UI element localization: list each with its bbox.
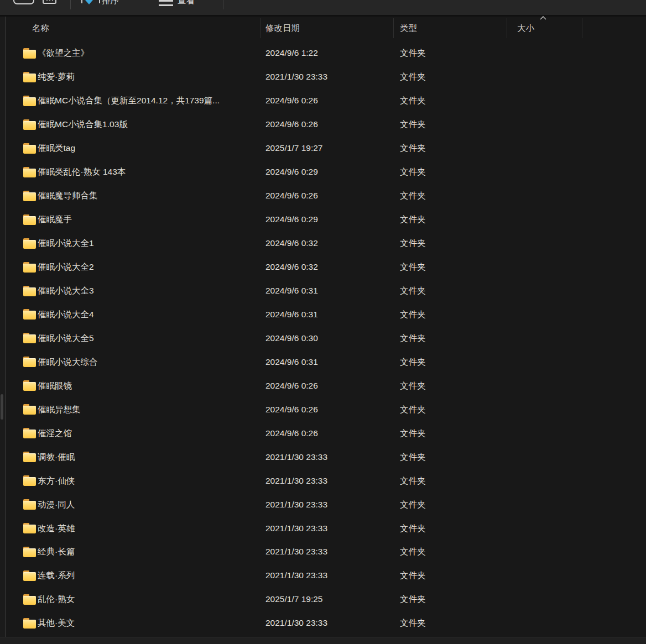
file-type: 文件夹 [400, 261, 426, 273]
file-date: 2024/9/6 0:32 [265, 262, 318, 272]
file-row[interactable]: 催眠类tag 2025/1/7 19:27 文件夹 [7, 137, 646, 160]
file-row[interactable]: 催眠MC小说合集（更新至2014.12，共1739篇... 2024/9/6 0… [7, 89, 646, 113]
file-date: 2021/1/30 23:33 [265, 547, 327, 557]
file-row[interactable]: 催眠小说大全2 2024/9/6 0:32 文件夹 [7, 255, 646, 279]
file-row[interactable]: 《欲望之主》 2024/9/6 1:22 文件夹 [7, 41, 646, 65]
file-row[interactable]: 催眠小说大全4 2024/9/6 0:31 文件夹 [7, 302, 646, 326]
file-row[interactable]: 其他·美文 2021/1/30 23:33 文件夹 [7, 611, 646, 635]
file-row[interactable]: 经典·长篇 2021/1/30 23:33 文件夹 [7, 540, 646, 564]
file-date: 2021/1/30 23:33 [265, 72, 327, 82]
folder-icon [23, 475, 36, 486]
command-bar: 排序 查看 [0, 0, 646, 15]
file-type: 文件夹 [400, 617, 426, 629]
file-row[interactable]: 催眠小说大全1 2024/9/6 0:32 文件夹 [7, 232, 646, 255]
share-icon[interactable] [13, 0, 34, 4]
file-row[interactable]: 催眠小说大综合 2024/9/6 0:31 文件夹 [7, 350, 646, 374]
folder-icon [23, 309, 36, 320]
column-header-date-modified[interactable]: 修改日期 [265, 23, 300, 34]
folder-icon [23, 357, 36, 367]
file-name: 催眠MC小说合集（更新至2014.12，共1739篇... [38, 95, 220, 107]
toolbar-divider [70, 0, 71, 9]
file-name: 连载·系列 [38, 570, 75, 582]
file-name: 催淫之馆 [38, 427, 72, 439]
folder-icon [23, 547, 36, 557]
navigation-pane-edge [0, 17, 6, 637]
folder-icon [23, 262, 36, 273]
file-row[interactable]: 东方·仙侠 2021/1/30 23:33 文件夹 [7, 469, 646, 493]
folder-icon [23, 96, 36, 106]
file-type: 文件夹 [400, 451, 426, 463]
file-type: 文件夹 [400, 48, 426, 59]
folder-icon [23, 380, 36, 391]
file-name: 催眠MC小说合集1.03版 [38, 119, 128, 130]
file-type: 文件夹 [400, 499, 426, 510]
file-row[interactable]: 催眠魔手 2024/9/6 0:29 文件夹 [7, 208, 646, 232]
column-resize-handle[interactable] [260, 18, 261, 38]
folder-icon [23, 119, 36, 130]
file-row[interactable]: 改造·英雄 2021/1/30 23:33 文件夹 [7, 516, 646, 540]
file-row[interactable]: 调教·催眠 2021/1/30 23:33 文件夹 [7, 445, 646, 469]
file-name: 催眠类tag [38, 143, 75, 154]
delete-icon[interactable] [43, 0, 56, 4]
file-date: 2024/9/6 0:30 [265, 333, 318, 343]
file-date: 2024/9/6 0:26 [265, 405, 318, 415]
file-name: 调教·催眠 [38, 451, 75, 463]
file-name: 其他·美文 [38, 617, 75, 629]
file-name: 催眠魔手 [38, 214, 72, 226]
file-type: 文件夹 [400, 95, 426, 107]
file-row[interactable]: 催眠异想集 2024/9/6 0:26 文件夹 [7, 397, 646, 421]
file-row[interactable]: 催眠小说大全5 2024/9/6 0:30 文件夹 [7, 326, 646, 350]
file-date: 2024/9/6 0:26 [265, 381, 318, 391]
file-row[interactable]: 催淫之馆 2024/9/6 0:26 文件夹 [7, 421, 646, 445]
file-row[interactable]: 催眠眼镜 2024/9/6 0:26 文件夹 [7, 374, 646, 397]
file-type: 文件夹 [400, 404, 426, 415]
file-type: 文件夹 [400, 356, 426, 368]
folder-icon [23, 72, 36, 82]
file-name: 改造·英雄 [38, 522, 75, 534]
file-row[interactable]: 动漫·同人 2021/1/30 23:33 文件夹 [7, 493, 646, 516]
file-row[interactable]: 纯爱·萝莉 2021/1/30 23:33 文件夹 [7, 65, 646, 89]
view-button-label: 查看 [178, 0, 195, 7]
file-date: 2024/9/6 0:31 [265, 310, 318, 320]
file-row[interactable]: 连载·系列 2021/1/30 23:33 文件夹 [7, 564, 646, 588]
sort-arrow-up-icon [99, 0, 100, 3]
file-date: 2025/1/7 19:27 [265, 143, 322, 153]
folder-icon [23, 523, 36, 533]
column-header-size[interactable]: 大小 [517, 23, 534, 34]
column-resize-handle[interactable] [582, 18, 582, 38]
file-name: 催眠小说大全2 [38, 261, 94, 273]
folder-icon [23, 143, 36, 154]
file-date: 2024/9/6 0:26 [265, 428, 318, 438]
file-row[interactable]: 催眠MC小说合集1.03版 2024/9/6 0:26 文件夹 [7, 113, 646, 137]
folder-icon [23, 48, 36, 59]
file-type: 文件夹 [400, 594, 426, 605]
column-resize-handle[interactable] [507, 18, 507, 38]
file-type: 文件夹 [400, 308, 426, 320]
column-header-type[interactable]: 类型 [400, 23, 417, 34]
sort-arrow-down-icon [85, 0, 93, 4]
folder-icon [23, 452, 36, 462]
file-row[interactable]: 催眠类乱伦·熟女 143本 2024/9/6 0:29 文件夹 [7, 160, 646, 184]
view-layout-icon [159, 0, 173, 2]
file-explorer-window: 排序 查看 名称 修改日期 类型 大小 《欲望之主》 2024/9/6 1:22… [0, 0, 646, 644]
file-date: 2024/9/6 0:31 [265, 357, 318, 367]
status-bar [0, 637, 646, 644]
column-header-name[interactable]: 名称 [32, 23, 49, 34]
sort-button-label: 排序 [102, 0, 119, 7]
file-row[interactable]: 乱伦·熟女 2025/1/7 19:25 文件夹 [7, 588, 646, 611]
file-row[interactable]: 催眠魔导师合集 2024/9/6 0:26 文件夹 [7, 184, 646, 208]
file-date: 2024/9/6 0:31 [265, 286, 318, 296]
file-type: 文件夹 [400, 522, 426, 534]
file-name: 《欲望之主》 [38, 48, 89, 59]
file-date: 2024/9/6 0:26 [265, 119, 318, 129]
file-name: 催眠眼镜 [38, 380, 72, 391]
nav-scrollbar-thumb[interactable] [1, 394, 3, 420]
file-row[interactable]: 催眠小说大全3 2024/9/6 0:31 文件夹 [7, 279, 646, 303]
file-type: 文件夹 [400, 380, 426, 391]
file-type: 文件夹 [400, 570, 426, 582]
file-date: 2024/9/6 1:22 [265, 48, 318, 58]
file-name: 催眠小说大全5 [38, 332, 94, 344]
folder-icon [23, 214, 36, 225]
column-resize-handle[interactable] [393, 18, 394, 38]
file-type: 文件夹 [400, 71, 426, 83]
